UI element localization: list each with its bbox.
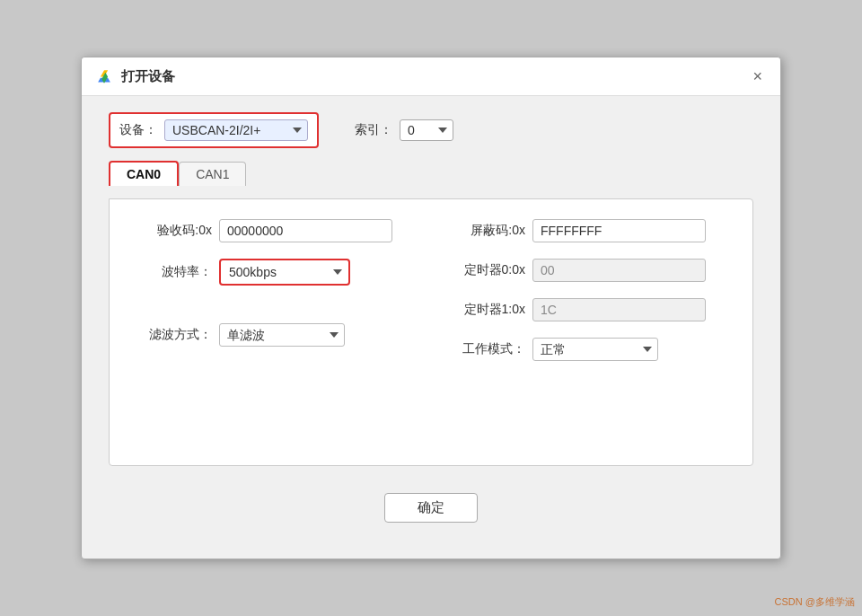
work-mode-label: 工作模式： [444,341,525,357]
filter-mode-row: 滤波方式： 单滤波 双滤波 [131,323,418,347]
mask-code-row: 屏蔽码:0x [444,219,731,242]
dialog-title: 打开设备 [121,68,175,85]
tab-can1-label: CAN1 [196,167,229,181]
device-row: 设备： USBCAN-2I/2I+ USBCAN-II USBCAN-I 索引：… [109,112,753,148]
timer1-input [532,298,706,321]
right-column: 屏蔽码:0x 定时器0:0x 定时器1:0x [444,219,731,361]
timer0-input [532,259,706,282]
device-group: 设备： USBCAN-2I/2I+ USBCAN-II USBCAN-I [109,112,319,148]
index-label: 索引： [355,122,392,138]
watermark: CSDN @多维学涵 [775,595,855,609]
baud-rate-group: 500kbps 250kbps 125kbps 100kbps 50kbps [219,259,350,286]
drive-icon [94,66,114,86]
dialog-body: 设备： USBCAN-2I/2I+ USBCAN-II USBCAN-I 索引：… [82,96,780,559]
work-mode-select[interactable]: 正常 监听 自发自收 [532,338,658,361]
index-group: 索引： 0 1 2 [355,119,453,141]
index-select[interactable]: 0 1 2 [400,119,453,141]
can-panel: 验收码:0x 波特率： 500kbps 250kbps 125kbps 100k… [109,198,753,466]
baud-rate-label: 波特率： [131,264,212,280]
spacer [131,302,418,307]
accept-code-input[interactable] [219,219,392,242]
baud-rate-select[interactable]: 500kbps 250kbps 125kbps 100kbps 50kbps [222,261,347,283]
dialog-titlebar: 打开设备 × [82,57,780,96]
tabs-row: CAN0 CAN1 [109,161,753,186]
tab-can1[interactable]: CAN1 [179,162,246,186]
tab-can0[interactable]: CAN0 [109,161,179,186]
left-column: 验收码:0x 波特率： 500kbps 250kbps 125kbps 100k… [131,219,418,361]
fields-grid: 验收码:0x 波特率： 500kbps 250kbps 125kbps 100k… [131,219,731,361]
ok-button[interactable]: 确定 [384,493,478,523]
baud-rate-row: 波特率： 500kbps 250kbps 125kbps 100kbps 50k… [131,259,418,286]
dialog-open-device: 打开设备 × 设备： USBCAN-2I/2I+ USBCAN-II USBCA… [81,57,781,559]
accept-code-row: 验收码:0x [131,219,418,242]
device-select[interactable]: USBCAN-2I/2I+ USBCAN-II USBCAN-I [164,119,308,141]
device-label: 设备： [119,122,157,138]
title-left: 打开设备 [94,66,175,86]
tab-can0-label: CAN0 [127,167,161,181]
work-mode-row: 工作模式： 正常 监听 自发自收 [444,338,731,361]
filter-mode-label: 滤波方式： [131,327,212,343]
timer1-row: 定时器1:0x [444,298,731,321]
timer0-label: 定时器0:0x [444,262,525,278]
mask-code-label: 屏蔽码:0x [444,223,525,239]
filter-mode-select[interactable]: 单滤波 双滤波 [219,323,345,347]
timer0-row: 定时器0:0x [444,259,731,282]
accept-code-label: 验收码:0x [131,223,212,239]
timer1-label: 定时器1:0x [444,302,525,318]
mask-code-input[interactable] [532,219,706,242]
close-button[interactable]: × [747,66,768,86]
dialog-footer: 确定 [109,479,753,541]
